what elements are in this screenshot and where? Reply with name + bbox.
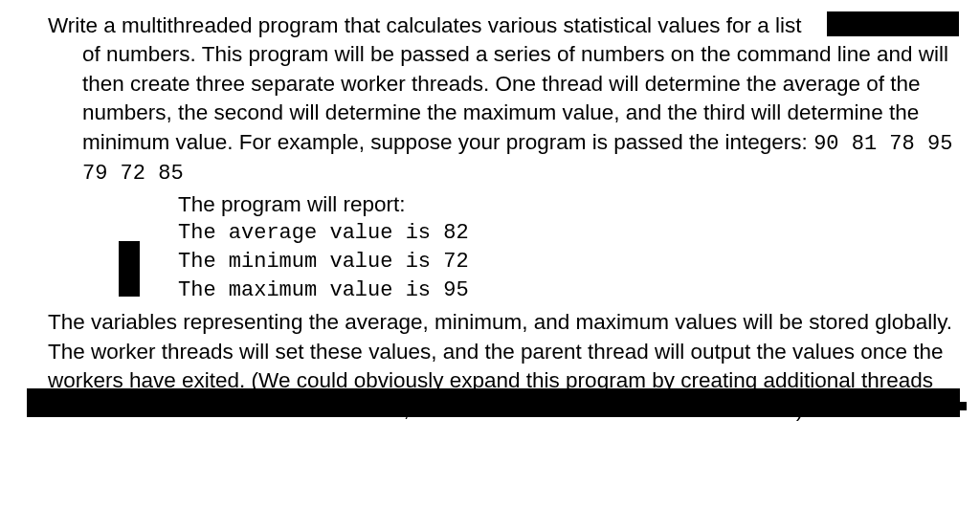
output-maximum: The maximum value is 95 <box>178 276 959 305</box>
redaction-top-right <box>827 11 959 36</box>
document-page: Write a multithreaded program that calcu… <box>0 0 980 425</box>
example-output-block: The program will report: The average val… <box>21 190 959 304</box>
output-minimum: The minimum value is 72 <box>178 248 959 276</box>
problem-paragraph-1: Write a multithreaded program that calcu… <box>21 11 959 188</box>
redaction-bottom-bar <box>27 388 960 417</box>
output-average: The average value is 82 <box>178 219 959 248</box>
redaction-left-bar <box>119 241 140 297</box>
report-label: The program will report: <box>178 190 959 219</box>
problem-line-1: Write a multithreaded program that calcu… <box>48 13 801 37</box>
